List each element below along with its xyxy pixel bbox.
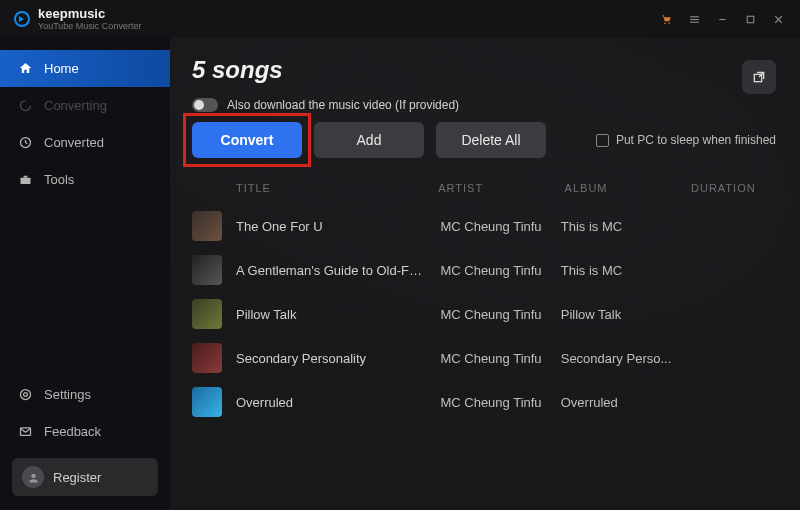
add-button[interactable]: Add (314, 122, 424, 158)
app-body: Home Converting Converted Tools (0, 38, 800, 510)
track-thumb (192, 211, 222, 241)
sidebar-item-label: Converting (44, 98, 107, 113)
sleep-option[interactable]: Put PC to sleep when finished (596, 133, 776, 147)
track-artist: MC Cheung Tinfu (440, 263, 560, 278)
table-row[interactable]: Overruled MC Cheung Tinfu Overruled (192, 380, 776, 424)
sidebar-item-home[interactable]: Home (0, 50, 170, 87)
mail-icon (18, 424, 33, 439)
app-title-block: keepmusic YouTube Music Converter (38, 7, 141, 31)
maximize-icon[interactable] (736, 5, 764, 33)
page-title: 5 songs (192, 56, 776, 84)
table-row[interactable]: A Gentleman's Guide to Old-Fashioned D..… (192, 248, 776, 292)
svg-point-12 (24, 393, 28, 397)
download-video-row: Also download the music video (If provid… (192, 98, 776, 112)
svg-point-0 (664, 22, 666, 24)
convert-button[interactable]: Convert (192, 122, 302, 158)
col-album: ALBUM (565, 182, 691, 194)
sidebar-item-label: Feedback (44, 424, 101, 439)
clock-icon (18, 135, 33, 150)
main-panel: 5 songs Also download the music video (I… (170, 38, 800, 510)
track-title: Overruled (236, 395, 440, 410)
track-artist: MC Cheung Tinfu (440, 395, 560, 410)
sidebar-item-settings[interactable]: Settings (0, 376, 170, 413)
minimize-icon[interactable] (708, 5, 736, 33)
svg-rect-3 (690, 18, 699, 19)
track-artist: MC Cheung Tinfu (440, 219, 560, 234)
track-album: This is MC (561, 263, 691, 278)
track-thumb (192, 299, 222, 329)
sidebar-item-label: Tools (44, 172, 74, 187)
sidebar: Home Converting Converted Tools (0, 38, 170, 510)
svg-rect-2 (690, 16, 699, 17)
col-title: TITLE (236, 182, 438, 194)
app-logo-icon (14, 11, 30, 27)
track-artist: MC Cheung Tinfu (440, 307, 560, 322)
track-album: Secondary Perso... (561, 351, 691, 366)
svg-rect-4 (690, 21, 699, 22)
app-window: keepmusic YouTube Music Converter Hom (0, 0, 800, 510)
track-title: The One For U (236, 219, 440, 234)
svg-rect-11 (24, 176, 28, 178)
track-artist: MC Cheung Tinfu (440, 351, 560, 366)
toolbox-icon (18, 172, 33, 187)
gear-icon (18, 387, 33, 402)
track-album: Pillow Talk (561, 307, 691, 322)
sidebar-item-feedback[interactable]: Feedback (0, 413, 170, 450)
svg-point-13 (21, 390, 31, 400)
track-title: Pillow Talk (236, 307, 440, 322)
delete-all-button[interactable]: Delete All (436, 122, 546, 158)
col-artist: ARTIST (438, 182, 564, 194)
sidebar-item-label: Home (44, 61, 79, 76)
download-video-toggle[interactable] (192, 98, 218, 112)
track-thumb (192, 387, 222, 417)
open-external-button[interactable] (742, 60, 776, 94)
close-icon[interactable] (764, 5, 792, 33)
cart-icon[interactable] (652, 5, 680, 33)
track-thumb (192, 343, 222, 373)
download-video-label: Also download the music video (If provid… (227, 98, 459, 112)
track-title: Secondary Personality (236, 351, 440, 366)
track-album: Overruled (561, 395, 691, 410)
spinner-icon (18, 98, 33, 113)
sidebar-item-converting[interactable]: Converting (0, 87, 170, 124)
sidebar-item-label: Converted (44, 135, 104, 150)
home-icon (18, 61, 33, 76)
track-thumb (192, 255, 222, 285)
svg-point-15 (31, 473, 35, 477)
table-row[interactable]: Secondary Personality MC Cheung Tinfu Se… (192, 336, 776, 380)
svg-rect-10 (21, 178, 31, 184)
col-duration: DURATION (691, 182, 776, 194)
app-name: keepmusic (38, 7, 141, 20)
app-subtitle: YouTube Music Converter (38, 21, 141, 31)
user-icon (22, 466, 44, 488)
sidebar-item-tools[interactable]: Tools (0, 161, 170, 198)
register-button[interactable]: Register (12, 458, 158, 496)
table-row[interactable]: Pillow Talk MC Cheung Tinfu Pillow Talk (192, 292, 776, 336)
sidebar-item-label: Settings (44, 387, 91, 402)
svg-rect-6 (747, 16, 754, 23)
action-row: Convert Add Delete All Put PC to sleep w… (192, 122, 776, 158)
titlebar: keepmusic YouTube Music Converter (0, 0, 800, 38)
menu-icon[interactable] (680, 5, 708, 33)
sleep-checkbox[interactable] (596, 134, 609, 147)
register-label: Register (53, 470, 101, 485)
sidebar-item-converted[interactable]: Converted (0, 124, 170, 161)
track-album: This is MC (561, 219, 691, 234)
table-header: TITLE ARTIST ALBUM DURATION (192, 162, 776, 204)
table-row[interactable]: The One For U MC Cheung Tinfu This is MC (192, 204, 776, 248)
svg-point-1 (668, 22, 670, 24)
track-title: A Gentleman's Guide to Old-Fashioned D..… (236, 263, 440, 278)
sleep-label: Put PC to sleep when finished (616, 133, 776, 147)
